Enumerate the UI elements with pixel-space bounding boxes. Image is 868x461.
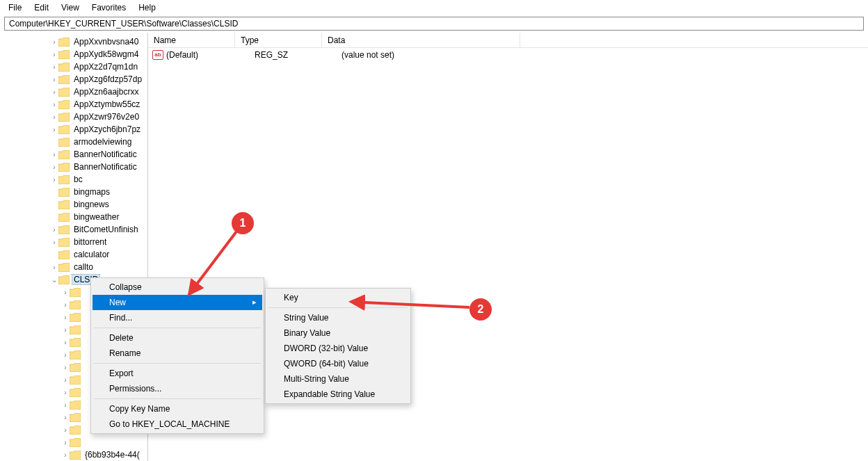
expander-icon[interactable]: › xyxy=(61,388,70,396)
expander-icon[interactable]: › xyxy=(61,288,70,296)
tree-item[interactable]: › BannerNotificatic xyxy=(22,161,147,173)
value-type: REG_SZ xyxy=(249,50,336,60)
folder-icon xyxy=(70,401,81,410)
tree-item[interactable]: › AppXydk58wgm4 xyxy=(22,48,147,60)
tree-item[interactable]: › {6bb93b4e-44( xyxy=(22,448,147,461)
tree-label: AppXzg6fdzp57dp xyxy=(72,74,143,84)
ctx-new-exp[interactable]: Expandable String Value xyxy=(267,387,409,402)
ctx-rename[interactable]: Rename xyxy=(93,346,262,361)
ctx-new-string[interactable]: String Value xyxy=(267,310,409,325)
expander-icon[interactable]: › xyxy=(50,38,58,46)
folder-icon xyxy=(58,88,70,97)
col-type[interactable]: Type xyxy=(235,33,322,47)
ctx-new-qword[interactable]: QWORD (64-bit) Value xyxy=(267,356,409,371)
col-name[interactable]: Name xyxy=(148,33,235,47)
expander-icon[interactable]: › xyxy=(50,263,58,271)
ctx-goto-hklm[interactable]: Go to HKEY_LOCAL_MACHINE xyxy=(93,416,262,432)
tree-item[interactable]: › AppXxvnbvsna40 xyxy=(22,35,147,48)
ctx-new[interactable]: New xyxy=(93,295,262,310)
menu-separator xyxy=(268,307,408,308)
folder-icon xyxy=(58,125,70,134)
menu-separator xyxy=(94,398,261,399)
tree-item[interactable]: › AppXzych6jbn7pz xyxy=(22,123,147,136)
menu-favorites[interactable]: Favorites xyxy=(86,1,131,14)
tree-item[interactable]: › AppXzn6aajbcrxx xyxy=(22,86,147,98)
menu-help[interactable]: Help xyxy=(133,1,161,14)
ctx-collapse[interactable]: Collapse xyxy=(93,280,262,295)
folder-icon xyxy=(70,338,81,347)
expander-icon[interactable]: › xyxy=(61,300,70,309)
expander-icon[interactable]: › xyxy=(50,238,58,246)
folder-icon xyxy=(58,188,70,197)
tree-label: AppXzn6aajbcrxx xyxy=(72,87,140,97)
tree-item[interactable]: › AppXz2d7qm1dn xyxy=(22,60,147,73)
ctx-new-key[interactable]: Key xyxy=(267,290,409,305)
expander-icon[interactable]: › xyxy=(61,350,70,359)
address-bar[interactable]: Computer\HKEY_CURRENT_USER\Software\Clas… xyxy=(4,17,864,31)
ctx-find[interactable]: Find... xyxy=(93,310,262,325)
tree-item[interactable]: › AppXzwr976v2e0 xyxy=(22,111,147,123)
ctx-new-binary[interactable]: Binary Value xyxy=(267,325,409,341)
ctx-copy-key-name[interactable]: Copy Key Name xyxy=(93,401,262,416)
tree-label: AppXzych6jbn7pz xyxy=(72,124,142,134)
tree-item[interactable]: bingweather xyxy=(22,211,147,223)
expander-icon[interactable]: › xyxy=(61,313,70,321)
expander-icon[interactable]: › xyxy=(61,401,70,409)
folder-icon xyxy=(70,375,81,385)
menu-edit[interactable]: Edit xyxy=(29,1,54,14)
tree-label: AppXz2d7qm1dn xyxy=(72,62,139,72)
expander-icon[interactable]: ⌄ xyxy=(50,275,58,284)
expander-icon[interactable]: › xyxy=(50,88,58,96)
tree-label: AppXztymbw55cz xyxy=(72,99,141,109)
expander-icon[interactable]: › xyxy=(61,451,70,459)
tree-item[interactable]: › bittorrent xyxy=(22,236,147,248)
ctx-permissions[interactable]: Permissions... xyxy=(93,381,262,396)
ctx-export[interactable]: Export xyxy=(93,366,262,381)
expander-icon[interactable]: › xyxy=(50,63,58,71)
expander-icon[interactable]: › xyxy=(61,413,70,421)
expander-icon[interactable]: › xyxy=(50,113,58,121)
expander-icon[interactable]: › xyxy=(50,100,58,108)
tree-item[interactable]: armodelviewing xyxy=(22,136,147,148)
tree-item[interactable]: › bc xyxy=(22,173,147,186)
ctx-new-multi[interactable]: Multi-String Value xyxy=(267,371,409,387)
folder-icon xyxy=(58,225,70,234)
folder-icon xyxy=(70,388,81,397)
ctx-delete[interactable]: Delete xyxy=(93,330,262,346)
col-data[interactable]: Data xyxy=(322,33,520,47)
expander-icon[interactable]: › xyxy=(50,125,58,134)
folder-icon xyxy=(70,363,81,372)
tree-item[interactable]: › BannerNotificatic xyxy=(22,148,147,161)
folder-icon xyxy=(58,175,70,184)
tree-item[interactable]: bingmaps xyxy=(22,186,147,198)
tree-item[interactable]: › BitCometUnfinish xyxy=(22,223,147,236)
expander-icon[interactable]: › xyxy=(61,338,70,346)
expander-icon[interactable]: › xyxy=(50,50,58,58)
expander-icon[interactable]: › xyxy=(61,325,70,334)
menu-view[interactable]: View xyxy=(56,1,85,14)
tree-label: bingmaps xyxy=(72,187,111,197)
expander-icon[interactable]: › xyxy=(61,438,70,446)
tree-item[interactable]: calculator xyxy=(22,248,147,261)
tree-item[interactable]: › xyxy=(22,436,147,448)
folder-icon xyxy=(58,113,70,122)
tree-item[interactable]: › callto xyxy=(22,261,147,273)
menu-file[interactable]: File xyxy=(3,1,27,14)
expander-icon[interactable]: › xyxy=(50,225,58,234)
tree-item[interactable]: bingnews xyxy=(22,198,147,211)
expander-icon[interactable]: › xyxy=(50,175,58,184)
context-menu: Collapse New Find... Delete Rename Expor… xyxy=(90,277,264,434)
value-row[interactable]: ab (Default) REG_SZ (value not set) xyxy=(148,48,868,62)
expander-icon[interactable]: › xyxy=(61,363,70,371)
expander-icon[interactable]: › xyxy=(50,150,58,159)
folder-icon xyxy=(58,100,70,109)
tree-item[interactable]: › AppXzg6fdzp57dp xyxy=(22,73,147,86)
expander-icon[interactable]: › xyxy=(50,163,58,171)
expander-icon[interactable]: › xyxy=(61,426,70,434)
folder-icon xyxy=(70,313,81,322)
tree-item[interactable]: › AppXztymbw55cz xyxy=(22,98,147,111)
expander-icon[interactable]: › xyxy=(50,75,58,83)
ctx-new-dword[interactable]: DWORD (32-bit) Value xyxy=(267,341,409,356)
folder-icon xyxy=(70,451,81,460)
expander-icon[interactable]: › xyxy=(61,375,70,384)
